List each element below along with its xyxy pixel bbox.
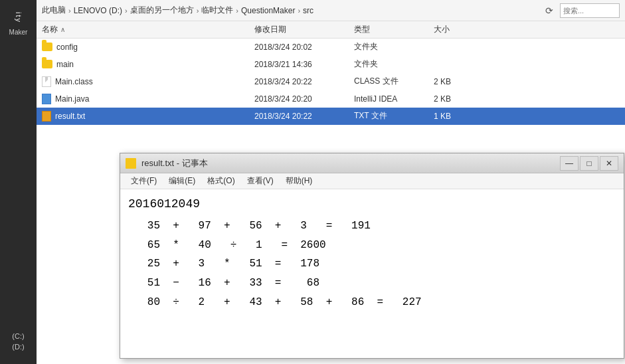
path-desktop[interactable]: 桌面的另一个地方 — [130, 5, 194, 16]
sort-arrow-icon: ∧ — [60, 26, 65, 33]
class-file-icon — [42, 76, 51, 87]
file-label: Main.class — [55, 77, 93, 86]
file-type-cell: 文件夹 — [354, 58, 434, 70]
search-input[interactable] — [560, 3, 620, 18]
file-name-cell: result.txt — [42, 111, 254, 122]
folder-icon — [42, 60, 52, 68]
notepad-title: result.txt - 记事本 — [141, 157, 555, 169]
file-type-cell: CLASS 文件 — [354, 76, 434, 87]
java-file-icon — [42, 94, 51, 104]
menu-edit[interactable]: 编辑(E) — [163, 174, 201, 188]
file-list: config 2018/3/24 20:02 文件夹 main 2018/3/2… — [37, 39, 625, 125]
student-id: 2016012049 — [128, 195, 616, 214]
math-line-5: 80 ÷ 2 + 43 + 58 + 86 = 227 — [128, 293, 616, 312]
file-name-cell: Main.java — [42, 94, 254, 104]
file-label: Main.java — [55, 94, 89, 104]
file-type-cell: IntelliJ IDEA — [354, 94, 434, 104]
sidebar-drives: (C:) (D:) — [12, 332, 24, 351]
minimize-button[interactable]: — — [560, 156, 579, 171]
path-lenovo[interactable]: LENOVO (D:) — [74, 6, 122, 15]
file-row[interactable]: main 2018/3/21 14:36 文件夹 — [37, 56, 625, 73]
file-label: main — [56, 60, 74, 69]
sidebar: ity Maker (C:) (D:) — [0, 0, 37, 364]
file-type-cell: TXT 文件 — [354, 110, 434, 122]
notepad-menu: 文件(F) 编辑(E) 格式(O) 查看(V) 帮助(H) — [120, 173, 624, 189]
drive-d[interactable]: (D:) — [12, 343, 24, 351]
maximize-button[interactable]: □ — [580, 156, 598, 171]
notepad-app-icon — [126, 158, 136, 169]
col-header-size[interactable]: 大小 — [434, 24, 487, 35]
math-line-2: 65 * 40 ÷ 1 = 2600 — [128, 236, 616, 255]
path-qmaker[interactable]: QuestionMaker — [241, 6, 295, 15]
file-row[interactable]: Main.java 2018/3/24 20:20 IntelliJ IDEA … — [37, 90, 625, 108]
path-sep-2: › — [125, 7, 128, 15]
window-controls: — □ ✕ — [560, 156, 618, 171]
file-date-cell: 2018/3/24 20:22 — [254, 77, 354, 86]
refresh-button[interactable]: ⟳ — [541, 3, 557, 19]
file-date-cell: 2018/3/21 14:36 — [254, 60, 354, 69]
col-header-type[interactable]: 类型 — [354, 24, 434, 35]
notepad-titlebar: result.txt - 记事本 — □ ✕ — [120, 153, 624, 173]
math-line-1: 35 + 97 + 56 + 3 = 191 — [128, 217, 616, 236]
file-size-cell: 2 KB — [434, 77, 487, 86]
drive-c[interactable]: (C:) — [12, 332, 24, 340]
file-size-cell: 1 KB — [434, 112, 487, 121]
file-date-cell: 2018/3/24 20:02 — [254, 43, 354, 52]
address-actions: ⟳ — [541, 3, 620, 19]
file-name-cell: Main.class — [42, 76, 254, 87]
file-size-cell: 2 KB — [434, 94, 487, 104]
address-bar: 此电脑 › LENOVO (D:) › 桌面的另一个地方 › 临时文件 › Qu… — [37, 0, 625, 21]
menu-view[interactable]: 查看(V) — [242, 174, 279, 188]
menu-help[interactable]: 帮助(H) — [280, 174, 318, 188]
file-name-cell: main — [42, 60, 254, 69]
path-temp[interactable]: 临时文件 — [201, 5, 233, 16]
path-sep-3: › — [197, 7, 199, 15]
file-row[interactable]: config 2018/3/24 20:02 文件夹 — [37, 39, 625, 56]
file-label: result.txt — [55, 112, 85, 121]
sidebar-maker-label: Maker — [9, 29, 28, 36]
folder-icon — [42, 43, 52, 51]
file-row-selected[interactable]: result.txt 2018/3/24 20:22 TXT 文件 1 KB — [37, 108, 625, 125]
menu-file[interactable]: 文件(F) — [126, 174, 162, 188]
address-path: 此电脑 › LENOVO (D:) › 桌面的另一个地方 › 临时文件 › Qu… — [42, 5, 537, 16]
file-date-cell: 2018/3/24 20:22 — [254, 112, 354, 121]
col-header-name[interactable]: 名称 ∧ — [42, 24, 254, 35]
file-date-cell: 2018/3/24 20:20 — [254, 94, 354, 104]
path-pc[interactable]: 此电脑 — [42, 5, 66, 16]
notepad-window: result.txt - 记事本 — □ ✕ 文件(F) 编辑(E) 格式(O)… — [120, 153, 624, 359]
txt-file-icon — [42, 111, 51, 122]
path-sep-5: › — [298, 7, 300, 15]
notepad-content[interactable]: 2016012049 35 + 97 + 56 + 3 = 191 65 * 4… — [120, 189, 624, 358]
path-sep-1: › — [68, 7, 71, 15]
file-name-cell: config — [42, 43, 254, 52]
sidebar-app-name: ity — [15, 12, 23, 23]
file-label: config — [56, 43, 78, 52]
close-button[interactable]: ✕ — [600, 156, 618, 171]
col-header-date[interactable]: 修改日期 — [254, 24, 354, 35]
menu-format[interactable]: 格式(O) — [202, 174, 240, 188]
math-line-4: 51 − 16 + 33 = 68 — [128, 274, 616, 293]
file-row[interactable]: Main.class 2018/3/24 20:22 CLASS 文件 2 KB — [37, 73, 625, 90]
path-src[interactable]: src — [303, 6, 313, 15]
file-type-cell: 文件夹 — [354, 41, 434, 52]
column-headers: 名称 ∧ 修改日期 类型 大小 — [37, 21, 625, 39]
path-sep-4: › — [236, 7, 238, 15]
math-line-3: 25 + 3 * 51 = 178 — [128, 254, 616, 274]
